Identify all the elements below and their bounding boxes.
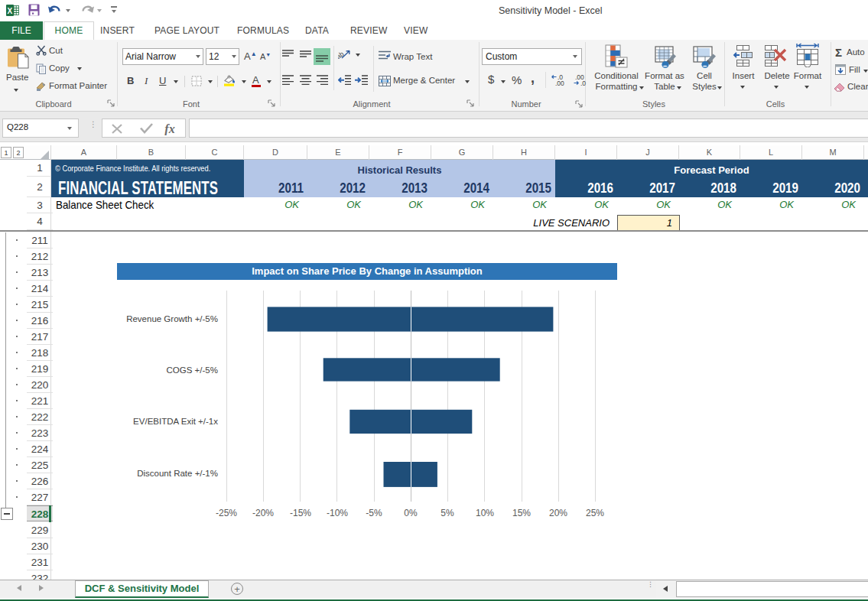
svg-text:X: X [8, 7, 13, 15]
svg-text:fx: fx [164, 122, 174, 135]
svg-text:.00: .00 [555, 80, 564, 86]
svg-text:.0: .0 [580, 80, 586, 86]
svg-text:ab: ab [338, 50, 346, 60]
